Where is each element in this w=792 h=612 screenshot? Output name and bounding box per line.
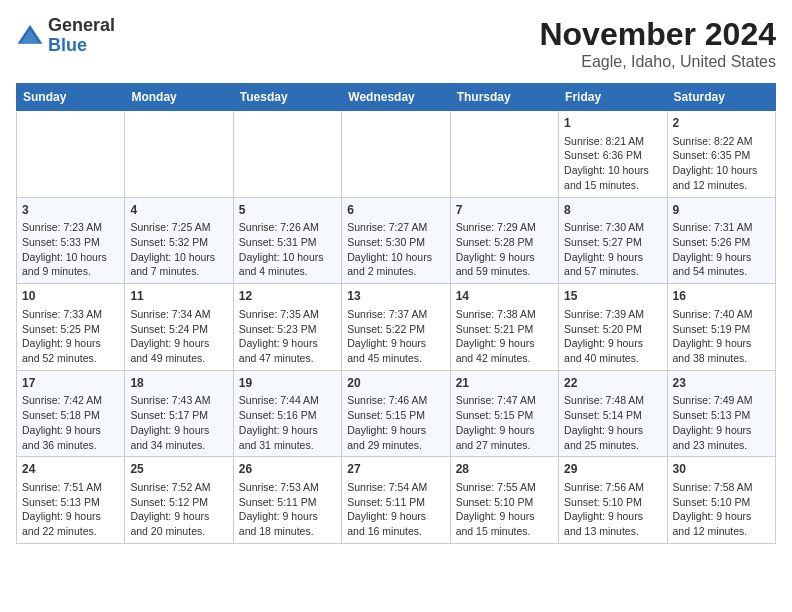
- day-info: Sunrise: 7:34 AM Sunset: 5:24 PM Dayligh…: [130, 307, 227, 366]
- weekday-header-sunday: Sunday: [17, 84, 125, 111]
- day-number: 8: [564, 202, 661, 219]
- calendar-cell: 18Sunrise: 7:43 AM Sunset: 5:17 PM Dayli…: [125, 370, 233, 457]
- day-number: 25: [130, 461, 227, 478]
- logo-text: General Blue: [48, 16, 115, 56]
- day-number: 6: [347, 202, 444, 219]
- day-info: Sunrise: 7:37 AM Sunset: 5:22 PM Dayligh…: [347, 307, 444, 366]
- calendar-cell: 6Sunrise: 7:27 AM Sunset: 5:30 PM Daylig…: [342, 197, 450, 284]
- day-info: Sunrise: 7:52 AM Sunset: 5:12 PM Dayligh…: [130, 480, 227, 539]
- day-info: Sunrise: 8:22 AM Sunset: 6:35 PM Dayligh…: [673, 134, 770, 193]
- day-info: Sunrise: 7:42 AM Sunset: 5:18 PM Dayligh…: [22, 393, 119, 452]
- day-info: Sunrise: 7:53 AM Sunset: 5:11 PM Dayligh…: [239, 480, 336, 539]
- calendar-cell: 10Sunrise: 7:33 AM Sunset: 5:25 PM Dayli…: [17, 284, 125, 371]
- day-number: 15: [564, 288, 661, 305]
- day-number: 12: [239, 288, 336, 305]
- calendar-cell: 17Sunrise: 7:42 AM Sunset: 5:18 PM Dayli…: [17, 370, 125, 457]
- day-info: Sunrise: 7:43 AM Sunset: 5:17 PM Dayligh…: [130, 393, 227, 452]
- calendar-cell: 2Sunrise: 8:22 AM Sunset: 6:35 PM Daylig…: [667, 111, 775, 198]
- day-info: Sunrise: 7:23 AM Sunset: 5:33 PM Dayligh…: [22, 220, 119, 279]
- calendar-cell: 22Sunrise: 7:48 AM Sunset: 5:14 PM Dayli…: [559, 370, 667, 457]
- day-info: Sunrise: 7:35 AM Sunset: 5:23 PM Dayligh…: [239, 307, 336, 366]
- day-number: 10: [22, 288, 119, 305]
- day-number: 20: [347, 375, 444, 392]
- day-info: Sunrise: 7:55 AM Sunset: 5:10 PM Dayligh…: [456, 480, 553, 539]
- day-number: 26: [239, 461, 336, 478]
- day-info: Sunrise: 7:38 AM Sunset: 5:21 PM Dayligh…: [456, 307, 553, 366]
- calendar-cell: 16Sunrise: 7:40 AM Sunset: 5:19 PM Dayli…: [667, 284, 775, 371]
- calendar-cell: 24Sunrise: 7:51 AM Sunset: 5:13 PM Dayli…: [17, 457, 125, 544]
- calendar-cell: [125, 111, 233, 198]
- day-number: 22: [564, 375, 661, 392]
- day-number: 17: [22, 375, 119, 392]
- calendar-cell: 19Sunrise: 7:44 AM Sunset: 5:16 PM Dayli…: [233, 370, 341, 457]
- day-info: Sunrise: 7:39 AM Sunset: 5:20 PM Dayligh…: [564, 307, 661, 366]
- day-number: 23: [673, 375, 770, 392]
- calendar-cell: 7Sunrise: 7:29 AM Sunset: 5:28 PM Daylig…: [450, 197, 558, 284]
- calendar-week-3: 10Sunrise: 7:33 AM Sunset: 5:25 PM Dayli…: [17, 284, 776, 371]
- calendar-cell: 3Sunrise: 7:23 AM Sunset: 5:33 PM Daylig…: [17, 197, 125, 284]
- day-number: 2: [673, 115, 770, 132]
- day-info: Sunrise: 7:30 AM Sunset: 5:27 PM Dayligh…: [564, 220, 661, 279]
- day-info: Sunrise: 7:49 AM Sunset: 5:13 PM Dayligh…: [673, 393, 770, 452]
- calendar-week-1: 1Sunrise: 8:21 AM Sunset: 6:36 PM Daylig…: [17, 111, 776, 198]
- weekday-header-friday: Friday: [559, 84, 667, 111]
- day-number: 28: [456, 461, 553, 478]
- title-block: November 2024 Eagle, Idaho, United State…: [539, 16, 776, 71]
- day-number: 24: [22, 461, 119, 478]
- calendar-cell: 26Sunrise: 7:53 AM Sunset: 5:11 PM Dayli…: [233, 457, 341, 544]
- day-number: 29: [564, 461, 661, 478]
- day-info: Sunrise: 7:46 AM Sunset: 5:15 PM Dayligh…: [347, 393, 444, 452]
- calendar-cell: 27Sunrise: 7:54 AM Sunset: 5:11 PM Dayli…: [342, 457, 450, 544]
- weekday-header-tuesday: Tuesday: [233, 84, 341, 111]
- day-info: Sunrise: 7:47 AM Sunset: 5:15 PM Dayligh…: [456, 393, 553, 452]
- day-info: Sunrise: 7:33 AM Sunset: 5:25 PM Dayligh…: [22, 307, 119, 366]
- day-number: 21: [456, 375, 553, 392]
- weekday-header-thursday: Thursday: [450, 84, 558, 111]
- calendar-week-4: 17Sunrise: 7:42 AM Sunset: 5:18 PM Dayli…: [17, 370, 776, 457]
- day-number: 3: [22, 202, 119, 219]
- calendar-cell: 21Sunrise: 7:47 AM Sunset: 5:15 PM Dayli…: [450, 370, 558, 457]
- calendar-cell: 28Sunrise: 7:55 AM Sunset: 5:10 PM Dayli…: [450, 457, 558, 544]
- calendar-cell: 11Sunrise: 7:34 AM Sunset: 5:24 PM Dayli…: [125, 284, 233, 371]
- day-info: Sunrise: 7:31 AM Sunset: 5:26 PM Dayligh…: [673, 220, 770, 279]
- calendar-cell: 20Sunrise: 7:46 AM Sunset: 5:15 PM Dayli…: [342, 370, 450, 457]
- calendar-week-2: 3Sunrise: 7:23 AM Sunset: 5:33 PM Daylig…: [17, 197, 776, 284]
- calendar-cell: 1Sunrise: 8:21 AM Sunset: 6:36 PM Daylig…: [559, 111, 667, 198]
- day-info: Sunrise: 7:54 AM Sunset: 5:11 PM Dayligh…: [347, 480, 444, 539]
- calendar-cell: 29Sunrise: 7:56 AM Sunset: 5:10 PM Dayli…: [559, 457, 667, 544]
- weekday-header-monday: Monday: [125, 84, 233, 111]
- calendar-cell: 8Sunrise: 7:30 AM Sunset: 5:27 PM Daylig…: [559, 197, 667, 284]
- day-number: 18: [130, 375, 227, 392]
- day-info: Sunrise: 7:51 AM Sunset: 5:13 PM Dayligh…: [22, 480, 119, 539]
- day-info: Sunrise: 7:26 AM Sunset: 5:31 PM Dayligh…: [239, 220, 336, 279]
- day-number: 7: [456, 202, 553, 219]
- calendar-cell: 30Sunrise: 7:58 AM Sunset: 5:10 PM Dayli…: [667, 457, 775, 544]
- logo: General Blue: [16, 16, 115, 56]
- calendar-cell: 15Sunrise: 7:39 AM Sunset: 5:20 PM Dayli…: [559, 284, 667, 371]
- day-info: Sunrise: 8:21 AM Sunset: 6:36 PM Dayligh…: [564, 134, 661, 193]
- calendar-cell: 12Sunrise: 7:35 AM Sunset: 5:23 PM Dayli…: [233, 284, 341, 371]
- calendar-table: SundayMondayTuesdayWednesdayThursdayFrid…: [16, 83, 776, 544]
- weekday-header-wednesday: Wednesday: [342, 84, 450, 111]
- calendar-body: 1Sunrise: 8:21 AM Sunset: 6:36 PM Daylig…: [17, 111, 776, 544]
- logo-icon: [16, 22, 44, 50]
- day-number: 5: [239, 202, 336, 219]
- logo-general: General: [48, 16, 115, 36]
- day-info: Sunrise: 7:29 AM Sunset: 5:28 PM Dayligh…: [456, 220, 553, 279]
- month-year-title: November 2024: [539, 16, 776, 53]
- day-number: 30: [673, 461, 770, 478]
- logo-blue: Blue: [48, 36, 115, 56]
- day-number: 13: [347, 288, 444, 305]
- day-number: 4: [130, 202, 227, 219]
- day-number: 9: [673, 202, 770, 219]
- page-header: General Blue November 2024 Eagle, Idaho,…: [16, 16, 776, 71]
- weekday-header-saturday: Saturday: [667, 84, 775, 111]
- day-number: 27: [347, 461, 444, 478]
- day-info: Sunrise: 7:27 AM Sunset: 5:30 PM Dayligh…: [347, 220, 444, 279]
- day-number: 16: [673, 288, 770, 305]
- day-number: 11: [130, 288, 227, 305]
- day-info: Sunrise: 7:48 AM Sunset: 5:14 PM Dayligh…: [564, 393, 661, 452]
- day-info: Sunrise: 7:44 AM Sunset: 5:16 PM Dayligh…: [239, 393, 336, 452]
- calendar-cell: 5Sunrise: 7:26 AM Sunset: 5:31 PM Daylig…: [233, 197, 341, 284]
- calendar-cell: 23Sunrise: 7:49 AM Sunset: 5:13 PM Dayli…: [667, 370, 775, 457]
